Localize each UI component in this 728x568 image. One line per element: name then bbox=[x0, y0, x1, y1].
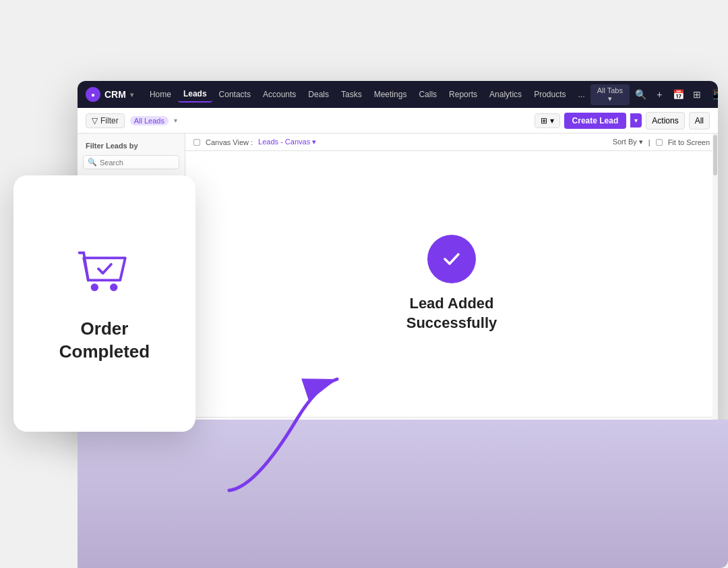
filter-icon: ▽ bbox=[92, 116, 98, 125]
add-nav-button[interactable]: + bbox=[653, 86, 667, 103]
nav-meetings[interactable]: Meetings bbox=[369, 87, 413, 102]
order-completed-card: OrderCompleted bbox=[13, 175, 195, 432]
app-menu-icon[interactable]: ▾ bbox=[130, 91, 133, 98]
create-lead-button[interactable]: Create Lead bbox=[564, 113, 627, 129]
sort-by-btn[interactable]: Sort By ▾ bbox=[613, 138, 643, 146]
filter-search-input[interactable] bbox=[100, 159, 175, 167]
navbar-right: All Tabs ▾ 🔍 + 📅 ⊞ 📱 🔔 ⚙ U bbox=[590, 84, 719, 105]
toolbar-right: ⊞ ▾ Create Lead ▾ Actions All bbox=[535, 112, 710, 130]
app-title: CRM bbox=[104, 89, 126, 100]
scrollbar-thumb bbox=[713, 135, 717, 175]
fit-screen-checkbox[interactable] bbox=[656, 139, 663, 146]
leads-canvas-label: Leads - Canvas bbox=[258, 138, 310, 146]
app-logo: ● CRM ▾ bbox=[86, 87, 133, 102]
logo-icon: ● bbox=[86, 87, 100, 102]
actions-button[interactable]: Actions bbox=[646, 112, 684, 130]
canvas-select-all[interactable] bbox=[193, 139, 200, 146]
nav-deals[interactable]: Deals bbox=[303, 87, 334, 102]
nav-tasks[interactable]: Tasks bbox=[336, 87, 367, 102]
checkmark-icon bbox=[439, 247, 464, 271]
leads-canvas-dropdown[interactable]: Leads - Canvas ▾ bbox=[258, 138, 316, 146]
phone-nav-button[interactable]: 📱 bbox=[708, 86, 718, 103]
cart-icon-container bbox=[74, 244, 135, 307]
all-leads-badge: All Leads bbox=[130, 116, 169, 125]
arrow-graphic bbox=[189, 366, 357, 501]
badge-chevron: ▾ bbox=[174, 117, 177, 124]
grid-nav-button[interactable]: ⊞ bbox=[690, 86, 704, 103]
svg-point-0 bbox=[91, 283, 98, 291]
all-filter-button[interactable]: All bbox=[689, 112, 710, 130]
calendar-nav-button[interactable]: 📅 bbox=[671, 86, 686, 103]
nav-analytics[interactable]: Analytics bbox=[484, 87, 527, 102]
order-completed-label: OrderCompleted bbox=[59, 318, 150, 364]
svg-point-1 bbox=[110, 283, 117, 291]
success-icon-circle bbox=[427, 235, 476, 283]
nav-more[interactable]: ... bbox=[572, 87, 590, 102]
nav-accounts[interactable]: Accounts bbox=[257, 87, 301, 102]
navbar: ● CRM ▾ Home Leads Contacts Accounts Dea… bbox=[78, 81, 718, 108]
leads-canvas-chevron: ▾ bbox=[312, 138, 316, 146]
canvas-view-label: Canvas View : bbox=[206, 138, 253, 146]
toolbar: ▽ Filter All Leads ▾ ⊞ ▾ Create Lead ▾ A… bbox=[78, 108, 718, 134]
create-lead-chevron[interactable]: ▾ bbox=[630, 113, 642, 127]
filter-title: Filter Leads by bbox=[78, 142, 185, 155]
nav-products[interactable]: Products bbox=[528, 87, 571, 102]
success-message: Lead AddedSuccessfully bbox=[406, 294, 497, 333]
nav-contacts[interactable]: Contacts bbox=[214, 87, 256, 102]
nav-items: Home Leads Contacts Accounts Deals Tasks… bbox=[144, 86, 590, 103]
nav-reports[interactable]: Reports bbox=[444, 87, 483, 102]
all-tabs-button[interactable]: All Tabs ▾ bbox=[590, 84, 630, 105]
fit-screen-label[interactable]: Fit to Screen bbox=[668, 138, 710, 146]
filter-search-box[interactable]: 🔍 bbox=[83, 155, 179, 169]
nav-calls[interactable]: Calls bbox=[413, 87, 442, 102]
nav-home[interactable]: Home bbox=[144, 87, 177, 102]
filter-label: Filter bbox=[100, 116, 119, 125]
search-nav-button[interactable]: 🔍 bbox=[634, 86, 648, 103]
cart-icon-svg bbox=[74, 244, 135, 304]
canvas-header: Canvas View : Leads - Canvas ▾ Sort By ▾… bbox=[185, 134, 718, 151]
canvas-header-right: Sort By ▾ | Fit to Screen bbox=[613, 138, 710, 146]
filter-search-icon: 🔍 bbox=[88, 158, 97, 167]
scrollbar[interactable] bbox=[712, 134, 718, 438]
bottom-gradient-area bbox=[78, 420, 728, 568]
nav-leads[interactable]: Leads bbox=[178, 86, 212, 103]
view-toggle[interactable]: ⊞ ▾ bbox=[535, 113, 559, 128]
filter-button[interactable]: ▽ Filter bbox=[86, 113, 125, 128]
header-separator: | bbox=[648, 138, 650, 146]
